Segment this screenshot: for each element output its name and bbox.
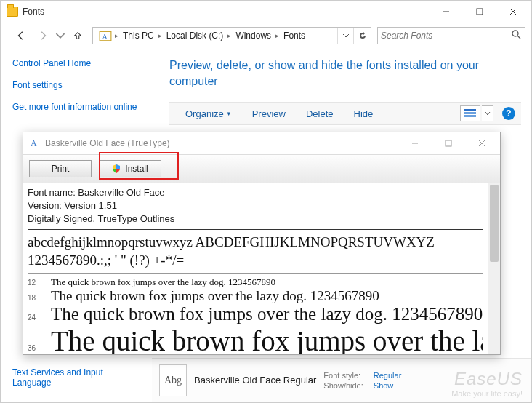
window-title: Fonts [23, 7, 430, 17]
subwindow-titlebar: A Baskerville Old Face (TrueType) [23, 132, 500, 154]
folder-icon [7, 7, 18, 17]
delete-button[interactable]: Delete [296, 103, 344, 124]
address-bar[interactable]: A ▸ This PC ▸ Local Disk (C:) ▸ Windows … [92, 27, 371, 44]
install-button[interactable]: Install [99, 160, 161, 177]
fonts-location-icon: A [99, 29, 112, 42]
hide-button[interactable]: Hide [344, 103, 384, 124]
sample-row: 12The quick brown fox jumps over the laz… [28, 276, 483, 288]
scrollbar[interactable] [488, 183, 500, 354]
sub-close-button[interactable] [465, 132, 499, 154]
font-preview-content: Font name: Baskerville Old Face Version:… [23, 183, 488, 354]
charset-line: 1234567890.:,; ' " (!?) +-*/= [28, 251, 483, 270]
page-heading: Preview, delete, or show and hide the fo… [169, 57, 521, 89]
forward-button[interactable] [33, 25, 53, 46]
svg-rect-13 [446, 140, 451, 146]
address-history-dropdown[interactable] [337, 28, 353, 44]
content-toolbar: Organize▼ Preview Delete Hide ? [169, 102, 521, 125]
sample-row: 36The quick brown fox jumps over the laz… [28, 324, 483, 354]
breadcrumb-windows[interactable]: Windows [233, 28, 274, 44]
chevron-right-icon[interactable]: ▸ [157, 32, 164, 39]
refresh-button[interactable] [353, 28, 371, 44]
svg-line-7 [517, 36, 520, 39]
svg-text:A: A [102, 33, 108, 41]
sample-row: 24The quick brown fox jumps over the laz… [28, 304, 483, 324]
content-area: Preview, delete, or show and hide the fo… [152, 49, 531, 132]
view-options-button[interactable] [460, 105, 480, 121]
minimize-button[interactable] [430, 1, 463, 23]
svg-point-6 [512, 31, 518, 36]
sidebar-link-font-settings[interactable]: Font settings [12, 79, 140, 91]
breadcrumb-fonts[interactable]: Fonts [281, 28, 308, 44]
font-preview-tile: Abg [159, 364, 187, 396]
sidebar: Control Panel Home Font settings Get mor… [1, 49, 152, 132]
search-input[interactable] [381, 31, 510, 41]
breadcrumb-drive[interactable]: Local Disk (C:) [164, 28, 227, 44]
font-preview-window: A Baskerville Old Face (TrueType) Print … [23, 132, 501, 355]
nav-row: A ▸ This PC ▸ Local Disk (C:) ▸ Windows … [1, 23, 531, 49]
sidebar-link-cp-home[interactable]: Control Panel Home [12, 57, 140, 69]
link-text-services[interactable]: Text Services and Input Language [12, 367, 143, 388]
print-button[interactable]: Print [29, 160, 92, 177]
font-file-icon: A [29, 137, 41, 149]
uac-shield-icon [112, 164, 121, 173]
recent-dropdown[interactable] [55, 25, 66, 46]
subwindow-title: Baskerville Old Face (TrueType) [45, 138, 398, 148]
subwindow-toolbar: Print Install [23, 154, 500, 183]
selected-font-name: Baskerville Old Face Regular [194, 375, 316, 386]
svg-rect-1 [477, 9, 483, 15]
font-meta: Digitally Signed, TrueType Outlines [28, 212, 483, 226]
maximize-button[interactable] [463, 1, 496, 23]
sidebar-link-more-info[interactable]: Get more font information online [12, 101, 140, 113]
search-icon[interactable] [510, 30, 522, 41]
view-options-dropdown[interactable] [482, 105, 493, 121]
organize-menu[interactable]: Organize▼ [175, 103, 242, 124]
chevron-right-icon[interactable]: ▸ [113, 32, 120, 39]
back-button[interactable] [11, 25, 31, 46]
font-meta: Font name: Baskerville Old Face [28, 186, 483, 199]
svg-rect-8 [464, 109, 476, 111]
detail-key: Show/hide: [323, 381, 363, 390]
sub-minimize-button[interactable] [398, 132, 432, 154]
breadcrumb-this-pc[interactable]: This PC [120, 28, 157, 44]
details-pane: Abg Baskerville Old Face Regular Font st… [152, 358, 531, 402]
sub-maximize-button[interactable] [432, 132, 465, 154]
chevron-right-icon[interactable]: ▸ [274, 32, 281, 39]
up-button[interactable] [68, 25, 88, 46]
svg-rect-10 [464, 115, 476, 117]
font-meta: Version: Version 1.51 [28, 199, 483, 212]
svg-rect-9 [464, 112, 476, 114]
detail-key: Font style: [323, 371, 363, 380]
chevron-right-icon[interactable]: ▸ [226, 32, 233, 39]
charset-line: abcdefghijklmnopqrstuvwxyz ABCDEFGHIJKLM… [28, 233, 483, 252]
search-box[interactable] [377, 27, 525, 44]
svg-text:A: A [31, 138, 37, 148]
main-titlebar: Fonts [1, 1, 531, 23]
preview-button[interactable]: Preview [242, 103, 296, 124]
close-button[interactable] [496, 1, 530, 23]
detail-value: Regular [374, 371, 402, 380]
see-also: Text Services and Input Language [12, 367, 143, 392]
sample-row: 18The quick brown fox jumps over the laz… [28, 288, 483, 304]
detail-value[interactable]: Show [374, 381, 402, 390]
help-icon[interactable]: ? [502, 107, 515, 120]
scrollbar-thumb[interactable] [490, 185, 499, 262]
